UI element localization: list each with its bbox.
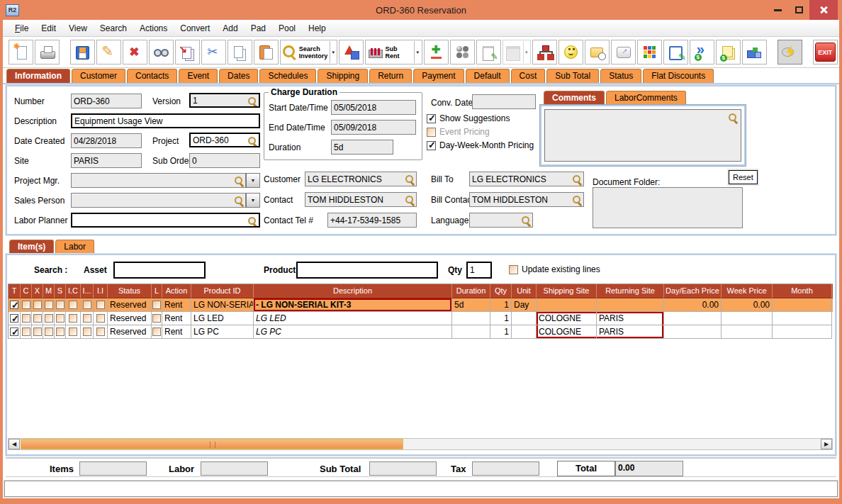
toolbar-invoice-dollar-button[interactable] [716,40,741,65]
minimize-button[interactable] [767,1,788,18]
checkbox-unchecked[interactable] [83,314,91,323]
toolbar-shapes-button[interactable] [339,40,364,65]
toolbar-edit-button[interactable] [96,40,121,65]
column-header-x[interactable]: X [32,284,43,298]
toolbar-save-button[interactable] [70,40,95,65]
comments-textarea[interactable] [544,109,741,162]
horizontal-scrollbar[interactable]: ◀ ▶ [8,438,833,450]
maximize-button[interactable] [788,1,809,18]
table-cell[interactable]: LG LED [254,312,452,325]
column-header-status[interactable]: Status [108,284,152,298]
table-cell[interactable] [81,298,94,312]
site-field[interactable]: PARIS [71,153,142,168]
toolbar-lightning-button[interactable] [778,40,802,65]
tab-dates[interactable]: Dates [219,69,258,83]
day-week-month-checkbox[interactable] [427,141,436,150]
table-cell[interactable] [722,312,773,325]
menu-actions[interactable]: Actions [133,23,174,33]
toolbar-org-chart-button[interactable] [532,40,557,65]
table-cell[interactable] [32,325,43,339]
checkbox-unchecked[interactable] [56,314,64,323]
table-cell[interactable] [21,312,32,325]
table-cell[interactable]: LG PC [191,325,254,339]
toolbar-smiley-button[interactable] [558,40,583,65]
table-cell[interactable] [55,325,66,339]
table-cell[interactable]: - LG NON-SERIAL KIT-3 [254,298,452,312]
toolbar-delete-button[interactable] [123,40,147,65]
table-cell[interactable] [66,298,81,312]
dropdown-arrow-icon[interactable]: ▼ [523,41,529,63]
toolbar-find-button[interactable] [149,40,174,65]
checkbox-checked[interactable] [10,327,18,336]
column-header-returning-site[interactable]: Returning Site [597,284,664,298]
table-cell[interactable] [152,325,162,339]
table-cell[interactable] [94,325,108,339]
bill-to-lookup-icon[interactable] [572,174,582,184]
menu-edit[interactable]: Edit [35,23,62,33]
sales-person-dropdown-button[interactable]: ▼ [246,193,260,208]
toolbar-paste-button[interactable] [254,40,279,65]
column-header-i-c[interactable]: I.C [66,284,81,298]
toolbar-query-balls-button[interactable] [450,40,475,65]
tab-comments[interactable]: Comments [544,91,605,105]
project-field[interactable]: ORD-360 [189,133,260,147]
toolbar-forward-dollar-button[interactable] [690,40,714,65]
toolbar-rubik-cube-button[interactable] [637,40,662,65]
table-cell[interactable]: Rent [162,312,191,325]
table-cell[interactable] [9,298,21,312]
table-cell[interactable] [512,312,537,325]
show-suggestions-option[interactable]: Show Suggestions [427,113,510,123]
update-existing-checkbox[interactable] [509,265,518,274]
column-header-t[interactable]: T [9,284,21,298]
bill-to-field[interactable]: LG ELECTRONICS [469,172,584,186]
menu-help[interactable]: Help [302,23,332,33]
contact-field[interactable]: TOM HIDDLESTON [305,192,417,207]
tab-return[interactable]: Return [369,69,412,83]
table-cell[interactable] [722,325,773,339]
table-cell[interactable]: Reserved [108,312,152,325]
column-header-c[interactable]: C [21,284,32,298]
tab-default[interactable]: Default [466,69,510,83]
conv-date-field[interactable] [472,94,536,109]
table-cell[interactable]: Day [512,298,537,312]
labor-planner-field[interactable] [71,213,260,228]
column-header-unit[interactable]: Unit [512,284,537,298]
menu-convert[interactable]: Convert [174,23,216,33]
table-cell[interactable] [21,298,32,312]
tab-payment[interactable]: Payment [413,69,464,83]
toolbar-calendar-button[interactable]: ▼ [503,40,531,65]
table-cell[interactable]: COLOGNE [537,325,597,339]
sub-orders-field[interactable]: 0 [189,153,260,168]
checkbox-unchecked[interactable] [45,314,53,323]
table-cell[interactable]: 1 [490,312,512,325]
menu-view[interactable]: View [62,23,94,33]
duration-field[interactable]: 5d [331,140,393,155]
table-cell[interactable]: COLOGNE [537,312,597,325]
menu-add[interactable]: Add [216,23,244,33]
table-cell[interactable] [152,298,162,312]
checkbox-unchecked[interactable] [33,314,42,323]
scroll-left-button[interactable]: ◀ [9,439,20,449]
bill-contact-field[interactable]: TOM HIDDLESTON [469,192,584,207]
table-cell[interactable]: 0.00 [722,298,773,312]
asset-input[interactable] [113,262,206,279]
toolbar-truck-button[interactable] [742,40,767,65]
date-created-field[interactable]: 04/28/2018 [71,133,142,148]
table-cell[interactable]: LG LED [191,312,254,325]
sales-person-field[interactable] [71,193,246,208]
reset-button[interactable]: Reset [729,170,758,184]
dropdown-arrow-icon[interactable]: ▼ [414,41,420,63]
tab-flat-discounts[interactable]: Flat Discounts [643,69,714,83]
project-lookup-icon[interactable] [247,136,257,146]
checkbox-unchecked[interactable] [152,314,161,323]
product-input[interactable] [296,262,438,279]
table-cell[interactable] [32,312,43,325]
table-cell[interactable] [94,312,108,325]
tab-schedules[interactable]: Schedules [259,69,316,83]
column-header-product-id[interactable]: Product ID [191,284,254,298]
table-row[interactable]: ReservedRentLG NON-SERIA...- LG NON-SERI… [9,298,833,312]
tab-labor[interactable]: Labor [55,240,94,254]
toolbar-cut-button[interactable] [201,40,226,65]
tab-shipping[interactable]: Shipping [318,69,368,83]
project-mgr-dropdown-button[interactable]: ▼ [246,173,260,188]
